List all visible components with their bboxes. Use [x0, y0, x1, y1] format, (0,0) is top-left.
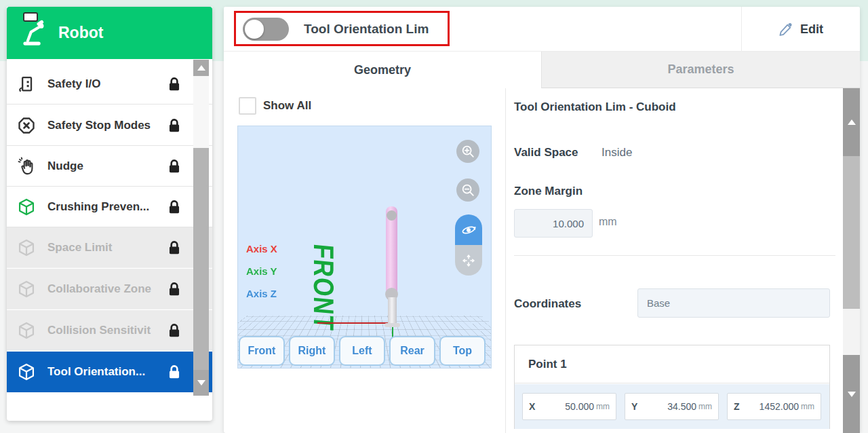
point-1-x-field[interactable]: X 50.000 mm	[522, 393, 616, 420]
sidebar-item-tool-orientation[interactable]: Tool Orientation...	[7, 352, 212, 392]
lock-icon	[165, 117, 183, 134]
axis-z-label: Axis Z	[246, 288, 277, 299]
cube-icon	[17, 238, 36, 257]
sidebar-title: Robot	[58, 24, 103, 42]
axis-letter: Y	[631, 401, 637, 412]
floor-front-label: FRONT	[306, 242, 340, 332]
robot-base	[384, 323, 400, 327]
zone-margin-unit: mm	[599, 216, 617, 228]
lock-icon	[165, 75, 183, 93]
zone-margin-input[interactable]: 10.000	[514, 209, 593, 238]
lock-icon-white	[165, 363, 183, 381]
content-divider	[505, 88, 506, 433]
safety-stop-icon	[17, 116, 36, 135]
pan-arrows-icon	[460, 252, 477, 269]
orbit-icon	[460, 222, 477, 238]
scroll-down-button[interactable]	[843, 355, 860, 433]
sidebar-item-collision-sensitivity[interactable]: Collision Sensitivit	[7, 310, 212, 351]
3d-viewport[interactable]: FRONT Axis X Axis Y Axis Z	[237, 126, 492, 369]
coordinates-label: Coordinates	[514, 297, 581, 311]
view-right-button[interactable]: Right	[289, 336, 335, 366]
nudge-hand-icon	[17, 157, 36, 176]
zoom-out-button[interactable]	[456, 178, 479, 202]
point-1-title: Point 1	[515, 345, 829, 383]
pan-mode-button[interactable]	[455, 245, 482, 276]
sidebar-item-label: Nudge	[47, 159, 155, 173]
view-left-button[interactable]: Left	[339, 336, 385, 366]
toggle-label: Tool Orientation Lim	[304, 7, 429, 52]
scrollbar-track[interactable]	[193, 76, 209, 148]
details-title: Tool Orientation Lim - Cuboid	[514, 100, 676, 114]
scrollbar-thumb[interactable]	[193, 148, 209, 370]
edit-label: Edit	[800, 22, 823, 37]
view-button-row: Front Right Left Rear Top	[239, 336, 491, 366]
coordinates-select[interactable]: Base	[637, 288, 830, 318]
sidebar-item-safety-stop-modes[interactable]: Safety Stop Modes	[7, 105, 212, 146]
field-unit: mm	[596, 402, 610, 411]
robot-column	[388, 297, 397, 326]
triangle-up-icon	[848, 119, 856, 125]
tab-geometry[interactable]: Geometry	[224, 52, 541, 88]
scroll-up-button[interactable]	[843, 88, 860, 156]
robot-sidebar: Robot Safety I/O Safety Stop Modes Nudge…	[7, 7, 212, 421]
cube-icon-green	[17, 197, 36, 216]
safety-io-icon	[17, 75, 36, 94]
sidebar-item-label: Collision Sensitivit	[47, 324, 155, 337]
zoom-out-icon	[460, 183, 475, 197]
cube-icon-white	[17, 362, 36, 381]
field-value: 1452.000	[740, 401, 799, 412]
point-1-z-field[interactable]: Z 1452.000 mm	[727, 393, 821, 420]
partial-icon	[23, 12, 38, 18]
sidebar-item-label: Tool Orientation...	[47, 365, 155, 379]
edit-button[interactable]: Edit	[741, 7, 860, 52]
zone-margin-label: Zone Margin	[514, 185, 583, 198]
lock-icon	[165, 322, 183, 339]
axis-y-label: Axis Y	[246, 265, 277, 277]
field-unit: mm	[698, 402, 712, 411]
sidebar-item-space-limit[interactable]: Space Limit	[7, 227, 212, 268]
sidebar-item-collaborative-zone[interactable]: Collaborative Zone	[7, 269, 212, 309]
zoom-in-button[interactable]	[456, 140, 479, 163]
axis-letter: Z	[734, 401, 740, 412]
axis-letter: X	[529, 401, 535, 412]
point-1-y-field[interactable]: Y 34.500 mm	[625, 393, 719, 420]
point-1-fields-row: X 50.000 mm Y 34.500 mm Z 1452.000 mm	[515, 384, 829, 429]
tool-orientation-toggle[interactable]	[243, 18, 289, 41]
tab-parameters[interactable]: Parameters	[541, 52, 860, 88]
lock-icon	[165, 198, 183, 216]
lock-icon	[165, 239, 183, 257]
valid-space-label: Valid Space	[514, 146, 578, 159]
axis-x-label: Axis X	[246, 243, 277, 255]
zoom-in-icon	[460, 144, 475, 159]
sidebar-item-crushing-prevention[interactable]: Crushing Preven...	[7, 187, 212, 227]
triangle-up-icon	[197, 65, 205, 71]
lock-icon	[165, 157, 183, 175]
field-value: 50.000	[535, 401, 594, 412]
cube-icon	[17, 321, 36, 340]
rotate-mode-button[interactable]	[455, 214, 482, 245]
sidebar-scrollbar[interactable]	[193, 60, 209, 396]
scroll-up-button[interactable]	[193, 60, 209, 76]
cube-icon	[17, 280, 36, 299]
robot-arm-icon	[20, 19, 49, 48]
show-all-checkbox[interactable]	[239, 97, 256, 115]
main-panel: Tool Orientation Lim Edit Geometry Param…	[224, 7, 860, 433]
view-rear-button[interactable]: Rear	[389, 336, 435, 366]
sidebar-item-label: Safety I/O	[47, 77, 155, 91]
view-front-button[interactable]: Front	[239, 336, 285, 366]
sidebar-item-label: Space Limit	[47, 241, 155, 255]
triangle-down-icon	[848, 392, 856, 397]
scroll-down-button[interactable]	[193, 370, 209, 396]
view-top-button[interactable]: Top	[439, 336, 486, 366]
section-divider	[514, 255, 835, 256]
sidebar-item-nudge[interactable]: Nudge	[7, 146, 212, 187]
toggle-knob	[245, 20, 264, 39]
details-scrollbar[interactable]	[843, 88, 860, 433]
show-all-label: Show All	[263, 97, 311, 115]
sidebar-item-safety-io[interactable]: Safety I/O	[7, 64, 212, 105]
scrollbar-thumb[interactable]	[843, 156, 860, 309]
field-unit: mm	[801, 402, 814, 411]
robot-joint	[387, 210, 397, 221]
sidebar-item-label: Collaborative Zone	[47, 282, 155, 296]
pencil-icon	[778, 21, 794, 37]
